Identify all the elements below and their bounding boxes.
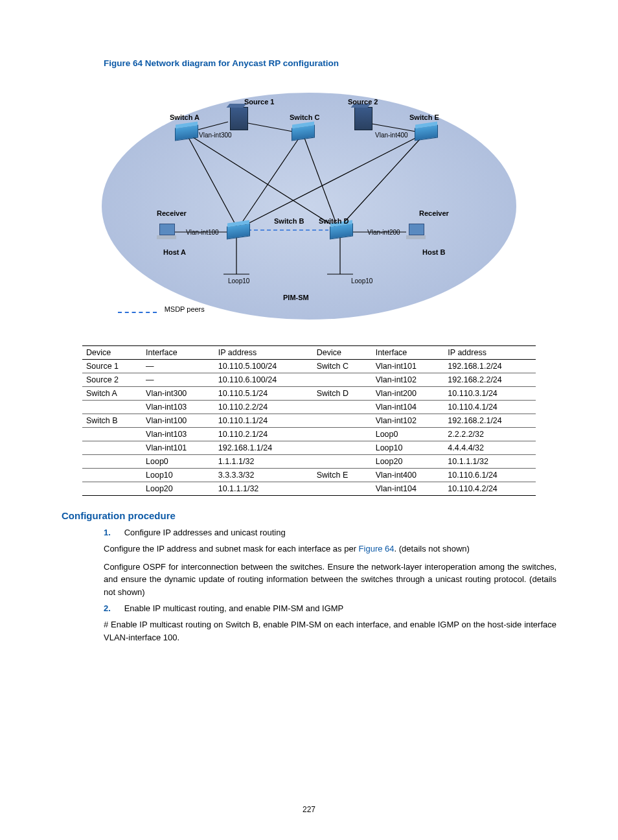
table-cell	[82, 455, 142, 469]
table-cell	[82, 482, 142, 496]
address-table: Device Interface IP address Device Inter…	[82, 345, 536, 496]
table-cell	[313, 373, 372, 387]
table-row: Loop103.3.3.3/32Switch EVlan-int40010.11…	[82, 469, 536, 482]
table-cell: Vlan-int400	[372, 469, 444, 482]
para1a: Configure the IP address and subnet mask…	[104, 544, 359, 554]
table-cell: Vlan-int103	[142, 428, 214, 441]
loop10b-label: Loop10	[351, 277, 372, 285]
host-b-label: Host B	[422, 248, 445, 256]
host-a-icon	[157, 224, 176, 239]
table-cell: —	[142, 360, 214, 373]
table-cell: 10.110.2.1/24	[214, 428, 313, 441]
table-row: Vlan-int10310.110.2.1/24Loop02.2.2.2/32	[82, 428, 536, 441]
switch-b-label: Switch B	[274, 217, 304, 225]
receiver-a-label: Receiver	[157, 209, 187, 217]
table-row: Source 2—10.110.6.100/24Vlan-int102192.1…	[82, 373, 536, 387]
pim-label: PIM-SM	[283, 294, 309, 301]
vlan100-label: Vlan-int100	[186, 229, 219, 236]
table-cell: 10.110.1.1/24	[214, 414, 313, 428]
table-cell: 10.1.1.1/32	[444, 455, 536, 469]
table-cell: Loop20	[372, 455, 444, 469]
col-device: Device	[82, 346, 142, 360]
svg-line-5	[303, 133, 338, 229]
table-cell: 10.110.4.2/24	[444, 482, 536, 496]
table-cell: Switch A	[82, 387, 142, 401]
svg-line-3	[241, 122, 293, 132]
table-cell: 10.1.1.1/32	[214, 482, 313, 496]
figure-64-link[interactable]: Figure 64	[359, 544, 395, 554]
table-cell: 192.168.2.2/24	[444, 373, 536, 387]
step1-num: 1.	[104, 528, 122, 537]
host-a-label: Host A	[163, 248, 186, 256]
step-2: 2. Enable IP multicast routing, and enab…	[104, 603, 556, 613]
col-interface2: Interface	[372, 346, 444, 360]
svg-line-1	[186, 133, 238, 229]
table-cell: Vlan-int104	[372, 401, 444, 414]
network-diagram: Source 1 Source 2 Switch A Switch C Swit…	[82, 80, 536, 339]
vlan200-label: Vlan-int200	[367, 229, 400, 236]
switch-a-label: Switch A	[170, 113, 200, 121]
table-cell: 10.110.5.1/24	[214, 387, 313, 401]
table-cell: 192.168.1.1/24	[214, 441, 313, 455]
table-cell	[313, 414, 372, 428]
table-cell: 192.168.2.1/24	[444, 414, 536, 428]
table-row: Loop01.1.1.1/32Loop2010.1.1.1/32	[82, 455, 536, 469]
table-cell: Loop10	[142, 469, 214, 482]
table-cell: Vlan-int101	[372, 360, 444, 373]
vlan300-label: Vlan-int300	[199, 132, 232, 139]
table-header-row: Device Interface IP address Device Inter…	[82, 346, 536, 360]
table-cell: 3.3.3.3/32	[214, 469, 313, 482]
para-configure-ospf: Configure OSPF for interconnection betwe…	[104, 561, 556, 599]
loop10a-label: Loop10	[228, 277, 249, 285]
table-cell	[82, 428, 142, 441]
table-cell: Vlan-int100	[142, 414, 214, 428]
table-cell: 10.110.2.2/24	[214, 401, 313, 414]
table-cell: Loop0	[142, 455, 214, 469]
para-enable-multicast: # Enable IP multicast routing on Switch …	[104, 618, 556, 644]
table-cell: Vlan-int102	[372, 373, 444, 387]
table-row: Source 1—10.110.5.100/24Switch CVlan-int…	[82, 360, 536, 373]
table-cell: —	[142, 373, 214, 387]
table-cell	[82, 401, 142, 414]
table-cell	[313, 401, 372, 414]
step1-text: Configure IP addresses and unicast routi…	[124, 528, 286, 537]
table-cell: Vlan-int300	[142, 387, 214, 401]
table-cell: Switch C	[313, 360, 372, 373]
table-cell: Vlan-int103	[142, 401, 214, 414]
table-cell: Loop20	[142, 482, 214, 496]
table-cell	[82, 469, 142, 482]
svg-line-7	[238, 133, 426, 229]
table-row: Vlan-int101192.168.1.1/24Loop104.4.4.4/3…	[82, 441, 536, 455]
table-cell: Loop0	[372, 428, 444, 441]
receiver-b-label: Receiver	[419, 209, 449, 217]
table-cell: 192.168.1.2/24	[444, 360, 536, 373]
table-cell: 10.110.3.1/24	[444, 387, 536, 401]
source1-label: Source 1	[244, 98, 274, 106]
vlan400-label: Vlan-int400	[375, 132, 408, 139]
svg-line-2	[186, 133, 338, 229]
para1b: . (details not shown)	[395, 544, 470, 554]
source1-icon	[230, 107, 248, 130]
table-cell: 10.110.6.100/24	[214, 373, 313, 387]
table-cell	[313, 482, 372, 496]
table-row: Switch BVlan-int10010.110.1.1/24Vlan-int…	[82, 414, 536, 428]
table-cell	[313, 428, 372, 441]
table-cell: Vlan-int104	[372, 482, 444, 496]
table-row: Loop2010.1.1.1/32Vlan-int10410.110.4.2/2…	[82, 482, 536, 496]
table-cell	[313, 441, 372, 455]
table-cell: Loop10	[372, 441, 444, 455]
source2-label: Source 2	[348, 98, 378, 106]
col-interface: Interface	[142, 346, 214, 360]
table-cell	[313, 455, 372, 469]
table-cell: Switch E	[313, 469, 372, 482]
table-cell: 10.110.6.1/24	[444, 469, 536, 482]
page-number: 227	[0, 805, 618, 814]
table-cell: 4.4.4.4/32	[444, 441, 536, 455]
table-cell: Vlan-int102	[372, 414, 444, 428]
msdp-peers-line-icon	[118, 312, 157, 313]
legend-label: MSDP peers	[165, 305, 205, 313]
table-cell: Source 1	[82, 360, 142, 373]
switch-c-label: Switch C	[290, 113, 319, 121]
table-cell	[82, 441, 142, 455]
svg-line-4	[238, 133, 303, 229]
